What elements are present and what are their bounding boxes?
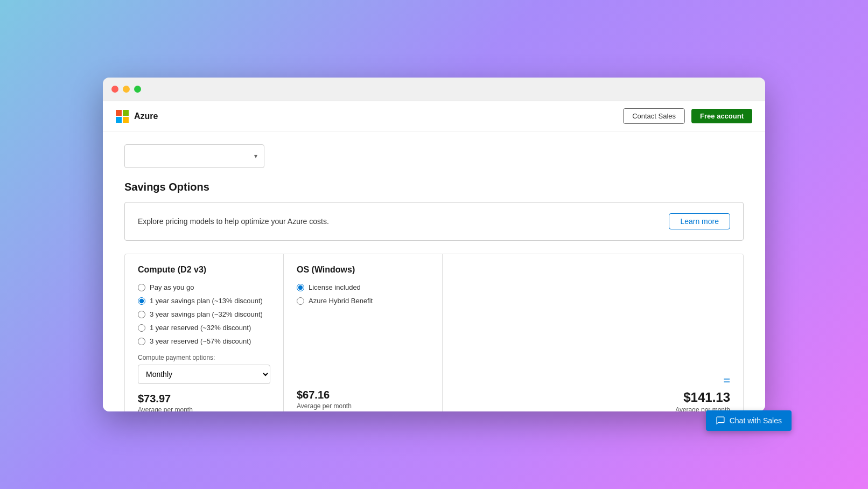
chat-widget: Chat with Sales xyxy=(706,410,792,431)
options-grid: Compute (D2 v3) Pay as you go 1 year sav… xyxy=(124,254,744,411)
payment-select[interactable]: Monthly Upfront xyxy=(138,365,270,384)
compute-option-3[interactable]: 1 year reserved (~32% discount) xyxy=(138,324,270,332)
dropdown-arrow-icon: ▾ xyxy=(254,152,257,160)
svg-rect-0 xyxy=(116,110,122,116)
compute-radio-1[interactable] xyxy=(138,297,145,305)
top-navigation: Azure Contact Sales Free account xyxy=(103,101,765,131)
compute-option-0[interactable]: Pay as you go xyxy=(138,283,270,291)
savings-info-box: Explore pricing models to help optimize … xyxy=(124,202,744,241)
compute-option-label-1: 1 year savings plan (~13% discount) xyxy=(150,297,263,305)
compute-header: Compute (D2 v3) xyxy=(138,265,270,275)
chat-icon xyxy=(716,416,725,425)
compute-column: Compute (D2 v3) Pay as you go 1 year sav… xyxy=(125,254,284,411)
compute-radio-0[interactable] xyxy=(138,284,145,291)
compute-radio-2[interactable] xyxy=(138,311,145,318)
payment-label: Compute payment options: xyxy=(138,354,270,361)
brand-area: Azure xyxy=(116,110,623,123)
main-content: ▾ Savings Options Explore pricing models… xyxy=(103,131,765,411)
os-radio-group: License included Azure Hybrid Benefit xyxy=(297,283,429,305)
os-column: OS (Windows) License included Azure Hybr… xyxy=(284,254,443,411)
microsoft-logo-icon xyxy=(116,110,129,123)
os-radio-0[interactable] xyxy=(297,284,304,291)
total-price: $141.13 xyxy=(683,390,730,405)
nav-title: Azure xyxy=(134,111,158,121)
learn-more-button[interactable]: Learn more xyxy=(669,213,730,229)
svg-rect-1 xyxy=(123,110,129,116)
close-button[interactable] xyxy=(111,86,118,93)
os-option-0[interactable]: License included xyxy=(297,283,429,291)
os-option-1[interactable]: Azure Hybrid Benefit xyxy=(297,297,429,305)
compute-option-label-3: 1 year reserved (~32% discount) xyxy=(150,324,251,332)
compute-radio-4[interactable] xyxy=(138,338,145,345)
free-account-button[interactable]: Free account xyxy=(691,109,752,123)
svg-rect-2 xyxy=(116,117,122,123)
os-option-label-1: Azure Hybrid Benefit xyxy=(309,297,373,305)
compute-option-label-0: Pay as you go xyxy=(150,283,194,291)
summary-column: = $141.13 Average per month ($0.00 charg… xyxy=(443,254,743,411)
titlebar xyxy=(103,78,765,101)
compute-radio-group: Pay as you go 1 year savings plan (~13% … xyxy=(138,283,270,345)
chat-with-sales-button[interactable]: Chat with Sales xyxy=(706,410,792,431)
os-price-sub: Average per month ($0.00 charged upfront… xyxy=(297,401,429,411)
compute-option-label-2: 3 year savings plan (~32% discount) xyxy=(150,310,263,318)
compute-price: $73.97 xyxy=(138,393,270,405)
minimize-button[interactable] xyxy=(123,86,130,93)
content-inner: ▾ Savings Options Explore pricing models… xyxy=(103,131,765,411)
svg-rect-3 xyxy=(123,117,129,123)
os-header: OS (Windows) xyxy=(297,265,429,275)
compute-option-label-4: 3 year reserved (~57% discount) xyxy=(150,337,251,345)
os-radio-1[interactable] xyxy=(297,297,304,305)
compute-radio-3[interactable] xyxy=(138,324,145,332)
nav-actions: Contact Sales Free account xyxy=(623,108,752,124)
os-price: $67.16 xyxy=(297,389,429,401)
chat-button-label: Chat with Sales xyxy=(730,416,782,425)
search-dropdown-stub[interactable]: ▾ xyxy=(124,144,264,168)
savings-info-text: Explore pricing models to help optimize … xyxy=(138,217,329,226)
equals-icon: = xyxy=(723,374,730,388)
section-title: Savings Options xyxy=(124,181,744,193)
compute-option-1[interactable]: 1 year savings plan (~13% discount) xyxy=(138,297,270,305)
compute-option-4[interactable]: 3 year reserved (~57% discount) xyxy=(138,337,270,345)
compute-option-2[interactable]: 3 year savings plan (~32% discount) xyxy=(138,310,270,318)
compute-price-sub: Average per month ($0.00 charged upfront… xyxy=(138,405,270,411)
browser-window: Azure Contact Sales Free account ▾ Savin… xyxy=(103,78,765,411)
os-option-label-0: License included xyxy=(309,283,361,291)
fullscreen-button[interactable] xyxy=(134,86,141,93)
contact-sales-button[interactable]: Contact Sales xyxy=(623,108,685,124)
